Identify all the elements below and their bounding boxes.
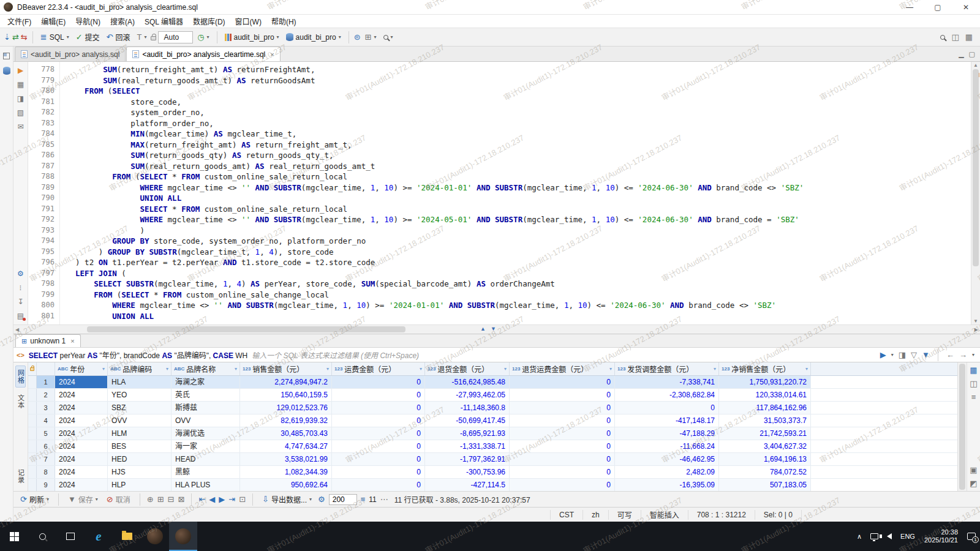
duplicate-row-icon[interactable]: ⊞ xyxy=(157,495,164,503)
grid-cell[interactable]: 1,082,344.39 xyxy=(240,466,332,478)
row-number[interactable]: 4 xyxy=(37,414,55,427)
grid-cell[interactable]: 0 xyxy=(332,479,425,491)
code-line[interactable]: ) t2 ON t1.perYear = t2.perYear AND t1.s… xyxy=(66,257,971,268)
editor-settings-gear-icon[interactable]: ⚙ xyxy=(17,270,24,277)
code-line[interactable]: SUM(real_return_goods_amt_t) AS returnGo… xyxy=(66,75,971,86)
code-line[interactable]: system_order_no, xyxy=(66,107,971,118)
history-back-icon[interactable]: ← xyxy=(946,351,954,359)
column-header[interactable]: ABC品牌名称▾ xyxy=(172,362,240,375)
grid-cell[interactable]: -47,188.29 xyxy=(615,427,719,440)
clear-filter-icon[interactable]: ◨ xyxy=(899,351,906,359)
scroll-right-icon[interactable]: ▶ xyxy=(973,325,980,334)
menu-item[interactable]: 文件(F) xyxy=(2,15,36,28)
taskbar-clock[interactable]: 20:38 2025/10/21 xyxy=(919,528,963,544)
grid-cell[interactable]: HLP xyxy=(108,479,172,491)
apply-filter-icon[interactable]: ▶ xyxy=(880,351,886,359)
refresh-timer-button[interactable]: ◷ ▾ xyxy=(195,32,211,42)
grid-cell[interactable]: 0 xyxy=(332,376,425,388)
grid-cell[interactable]: 1,694,196.13 xyxy=(719,453,811,465)
results-tab[interactable]: ⊞ unknown 1 × xyxy=(15,334,81,347)
editor-tab[interactable]: <audit_bi_pro> analysis_cleartime.sql× xyxy=(126,47,280,61)
close-icon[interactable]: × xyxy=(70,337,74,345)
code-line[interactable]: SUM(real_return_goods_amt) AS real_retur… xyxy=(66,161,971,172)
database-selector[interactable]: audit_bi_pro ▾ xyxy=(284,32,344,43)
grid-cell[interactable]: 0 xyxy=(510,440,615,452)
metadata-panel-icon[interactable]: ≡ xyxy=(971,393,976,401)
prev-row-icon[interactable]: ◀ xyxy=(209,495,215,503)
delete-row-icon[interactable]: ⊟ xyxy=(168,495,175,503)
code-line[interactable]: ) GROUP BY SUBSTR(mgclear_time_t, 1, 4),… xyxy=(66,247,971,258)
grid-cell[interactable]: 0 xyxy=(510,466,615,478)
grid-cell[interactable]: HLM xyxy=(108,427,172,440)
volume-icon[interactable] xyxy=(883,522,896,551)
cancel-button[interactable]: ⊘ 取消 xyxy=(104,493,133,506)
value-panel-icon[interactable]: ▦ xyxy=(970,366,977,374)
grid-cell[interactable]: 0 xyxy=(510,402,615,414)
grid-cell[interactable]: -1,797,362.91 xyxy=(425,453,510,465)
column-header[interactable]: 123运费金额（元）▾ xyxy=(332,362,425,375)
action-center-button[interactable]: 1 xyxy=(963,522,980,551)
perspective-grid-icon[interactable]: ▦ xyxy=(965,33,973,41)
execute-script-icon[interactable]: ▦ xyxy=(17,81,24,88)
export-data-button[interactable]: ⇩ 导出数据... ▾ xyxy=(260,493,314,506)
grid-cell[interactable]: 0 xyxy=(332,414,425,427)
manual-commit-icon[interactable]: ⇆ xyxy=(21,33,28,41)
editor-code[interactable]: SUM(return_freight_amt_t) AS returnFreig… xyxy=(60,62,971,324)
grid-cell[interactable]: -516,624,985.48 xyxy=(425,376,510,388)
filter-settings-icon[interactable]: ▼ xyxy=(922,351,930,359)
grid-cell[interactable]: 海一家 xyxy=(172,440,240,452)
gear-icon[interactable]: ⚙ xyxy=(318,495,325,503)
script-file-icon[interactable]: ▤ xyxy=(17,312,24,320)
grid-cell[interactable]: 0 xyxy=(332,427,425,440)
grid-cell[interactable]: 0 xyxy=(510,414,615,427)
column-filter-caret-icon[interactable]: ▾ xyxy=(235,366,237,372)
scroll-up-icon[interactable]: ▲ xyxy=(971,62,980,68)
grid-cell[interactable]: 0 xyxy=(332,389,425,401)
grid-cell[interactable]: 1,750,931,220.72 xyxy=(719,376,811,388)
rollback-button[interactable]: ↶ 回滚 xyxy=(104,31,133,43)
grid-cell[interactable]: 31,503,373.7 xyxy=(719,414,811,427)
fetch-all-icon[interactable]: ⇣ xyxy=(4,33,10,41)
maximize-view-icon[interactable]: ▢ xyxy=(969,50,975,58)
grid-cell[interactable]: HLA PLUS xyxy=(172,479,240,491)
menu-item[interactable]: 帮助(H) xyxy=(266,15,301,28)
first-row-icon[interactable]: ⇤ xyxy=(198,495,205,503)
grid-cell[interactable]: 斯搏兹 xyxy=(172,402,240,414)
grid-cell[interactable]: 120,338,014.61 xyxy=(719,389,811,401)
grid-cell[interactable]: 950,692.64 xyxy=(240,479,332,491)
taskbar-search-button[interactable] xyxy=(28,522,56,551)
grid-cell[interactable]: -11,668.24 xyxy=(615,440,719,452)
focus-row-icon[interactable]: ⊡ xyxy=(239,495,246,503)
sash-down-icon[interactable]: ▼ xyxy=(491,326,496,332)
grid-cell[interactable]: 0 xyxy=(510,427,615,440)
query-log-icon[interactable]: ▧ xyxy=(17,109,24,116)
vscroll-thumb[interactable] xyxy=(973,69,979,266)
sash-up-icon[interactable]: ▲ xyxy=(480,326,486,332)
grid-cell[interactable]: 3,538,021.99 xyxy=(240,453,332,465)
hscroll-thumb[interactable] xyxy=(87,326,405,332)
calc-panel-icon[interactable]: ◫ xyxy=(970,380,977,388)
column-header[interactable]: 123退货金额（元）▾ xyxy=(425,362,510,375)
code-line[interactable]: WHERE mgclear_time <> '' AND SUBSTR(mgcl… xyxy=(66,300,971,311)
connection-selector[interactable]: audit_bi_pro ▾ xyxy=(222,32,282,43)
code-line[interactable]: LEFT JOIN ( xyxy=(66,268,971,279)
grid-cell[interactable]: OVV xyxy=(172,414,240,427)
row-number[interactable]: 2 xyxy=(37,389,55,401)
code-line[interactable]: FROM (SELECT * FROM custom_online_sale_c… xyxy=(66,290,971,301)
row-number[interactable]: 1 xyxy=(37,376,55,388)
column-header[interactable]: ABC年份▾ xyxy=(55,362,108,375)
editor-hscrollbar[interactable]: ◀ ▲ ▼ ▶ xyxy=(13,324,980,334)
grid-cell[interactable]: 30,485,703.43 xyxy=(240,427,332,440)
grid-cell[interactable]: -2,308,682.84 xyxy=(615,389,719,401)
grid-cell[interactable]: 2,482.09 xyxy=(615,466,719,478)
start-button[interactable] xyxy=(0,522,28,551)
grid-cell[interactable]: 2024 xyxy=(55,466,108,478)
scroll-down-icon[interactable]: ▼ xyxy=(971,318,980,324)
row-number[interactable]: 3 xyxy=(37,402,55,414)
menu-item[interactable]: 数据库(D) xyxy=(188,15,230,28)
file-explorer-button[interactable] xyxy=(113,522,141,551)
code-line[interactable]: SUM(return_freight_amt_t) AS returnFreig… xyxy=(66,64,971,75)
column-filter-caret-icon[interactable]: ▾ xyxy=(326,366,329,372)
autocommit-indicator[interactable]: Auto xyxy=(158,31,193,43)
next-row-icon[interactable]: ▶ xyxy=(219,495,225,503)
